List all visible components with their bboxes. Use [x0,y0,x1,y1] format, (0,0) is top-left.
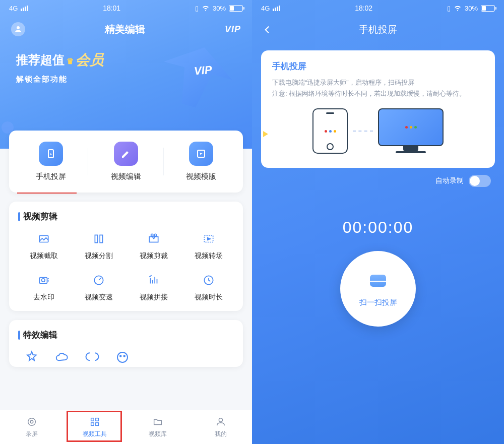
duration-icon [201,273,216,288]
tool-label: 视频分割 [85,251,113,261]
page-title: 精美编辑 [25,23,225,36]
svg-rect-6 [149,237,158,242]
profile-icon [215,416,227,428]
tool-label: 去水印 [33,293,54,302]
svg-rect-22 [95,423,98,426]
svg-rect-5 [100,235,102,242]
tab-record[interactable]: 录屏 [0,410,63,444]
record-icon [26,416,38,428]
signal-icon [21,6,28,11]
left-screen: 4G 18:01 ▯ 30% 精美编辑 VIP 推荐超值 ♛ 会员 [0,0,252,444]
avatar-icon[interactable] [11,22,25,36]
star-icon[interactable] [24,350,39,365]
scan-icon [368,271,388,291]
svg-point-11 [41,279,45,282]
tool-extract[interactable]: 视频截取 [18,231,69,261]
template-icon [189,142,213,166]
phone-device-icon [312,108,348,154]
tool-label: 视频截取 [30,251,58,261]
section-accent [18,331,20,340]
card-title: 手机投屏 [272,60,484,72]
scan-button[interactable]: 扫一扫投屏 [340,251,416,327]
page-title: 手机投屏 [262,23,494,36]
tab-tools[interactable]: 视频工具 [63,410,126,444]
devices-illustration [272,108,484,154]
loop-icon[interactable] [85,350,100,365]
tool-crop[interactable]: 视频剪裁 [128,231,179,261]
section-title: 特效编辑 [23,329,57,341]
crop-icon [146,231,161,246]
video-edit-section: 视频剪辑 视频截取 视频分割 视频剪裁 视频转场 去水印 视频变速 视频拼接 视… [9,202,243,311]
tool-label: 视频变速 [85,293,113,302]
main-label: 视频编辑 [111,172,141,181]
battery-icon [229,5,243,12]
tool-split[interactable]: 视频分割 [73,231,124,261]
vip-badge[interactable]: VIP [225,24,241,35]
scan-label: 扫一扫投屏 [359,298,397,307]
face-icon[interactable] [115,350,130,365]
tool-label: 视频时长 [195,293,223,302]
clock: 18:01 [103,4,120,12]
tool-merge[interactable]: 视频拼接 [128,273,179,302]
section-accent [18,212,20,221]
tool-watermark[interactable]: 去水印 [18,273,69,302]
tab-label: 视频工具 [83,430,107,438]
tab-label: 视频库 [149,430,167,438]
tool-label: 视频转场 [195,251,223,261]
hero-banner: 4G 18:01 ▯ 30% 精美编辑 VIP 推荐超值 ♛ 会员 [0,0,252,149]
main-item-edit[interactable]: 视频编辑 [88,142,163,181]
split-icon [91,231,106,246]
battery-percent: 30% [213,5,226,12]
clock: 18:02 [355,4,372,12]
svg-point-18 [30,420,33,423]
extract-icon [36,231,51,246]
svg-point-23 [219,418,222,422]
tab-library[interactable]: 视频库 [126,410,189,444]
vibrate-icon: ▯ [447,5,451,12]
tab-mine[interactable]: 我的 [189,410,252,444]
tab-label: 我的 [215,430,227,438]
cloud-icon[interactable] [54,350,70,365]
vibrate-icon: ▯ [195,5,199,12]
tool-speed[interactable]: 视频变速 [73,273,124,302]
status-bar: 4G 18:01 ▯ 30% [0,0,252,16]
card-description: 下载电脑端“迅捷录屏大师”，启动程序，扫码投屏 注意: 根据网络环境等待时长不同… [272,77,484,99]
tool-duration[interactable]: 视频时长 [183,273,234,302]
wifi-icon [202,5,210,11]
edit-icon [114,142,138,166]
tool-transition[interactable]: 视频转场 [183,231,234,261]
arrow-graphic: VIP [146,46,237,117]
svg-rect-4 [95,235,97,242]
svg-point-0 [17,26,20,29]
main-label: 手机投屏 [36,172,66,181]
info-card: 手机投屏 下载电脑端“迅捷录屏大师”，启动程序，扫码投屏 注意: 根据网络环境等… [261,50,495,168]
svg-point-16 [124,355,125,357]
auto-record-toggle[interactable] [469,175,491,187]
connection-line [353,131,373,132]
svg-rect-19 [91,418,94,421]
svg-point-17 [28,418,35,426]
svg-point-7 [151,234,153,236]
signal-icon [273,6,280,11]
merge-icon [146,273,161,288]
svg-point-15 [120,355,121,357]
right-screen: 4G 18:02 ▯ 30% 手机投屏 手机投屏 下载电脑端“迅捷录屏大师”，启… [252,0,504,444]
monitor-device-icon [378,108,444,154]
wifi-icon [454,5,462,11]
hero-promo[interactable]: 推荐超值 ♛ 会员 解锁全部功能 VIP [0,36,252,84]
page-header: 手机投屏 [252,16,504,43]
tool-label: 视频拼接 [140,293,168,302]
status-bar: 4G 18:02 ▯ 30% [252,0,504,16]
network-label: 4G [9,5,18,12]
cast-icon [39,142,63,166]
auto-record-row: 自动录制 [252,168,504,194]
main-item-template[interactable]: 视频模版 [164,142,239,181]
library-icon [152,416,164,428]
speed-icon [91,273,106,288]
battery-icon [481,5,495,12]
transition-icon [201,231,216,246]
svg-point-8 [154,234,156,236]
effects-section: 特效编辑 [9,320,243,367]
main-item-cast[interactable]: 手机投屏 [13,142,88,181]
tools-icon [89,416,101,428]
